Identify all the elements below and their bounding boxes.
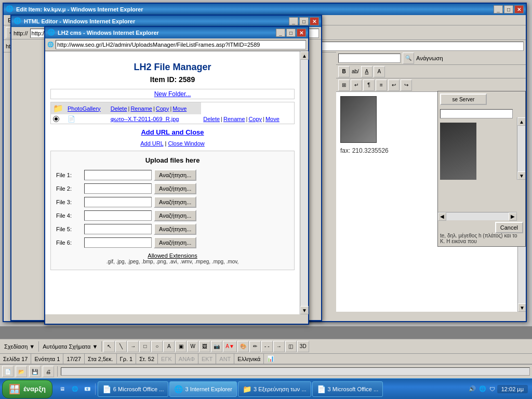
editor-hscroll-track[interactable] (446, 212, 509, 220)
file2-input[interactable] (84, 183, 152, 194)
new-folder-link[interactable]: New Folder... (154, 90, 191, 98)
dash-tool[interactable]: - - (261, 341, 273, 352)
lh2-addr-input[interactable]: http://www.seo.gr/LH2/admin/UploadsManag… (56, 40, 306, 49)
3d-tool[interactable]: 3D (297, 341, 309, 352)
cancel-area: Cancel (495, 222, 523, 233)
file5-browse-button[interactable]: Αναζήτηση... (154, 223, 196, 235)
taskbar-item-explorer[interactable]: 📁 3 Εξερεύνηση των ... (238, 381, 311, 397)
move-file-link[interactable]: Move (265, 116, 280, 122)
align-btn[interactable]: ≡ (376, 79, 387, 91)
shadow-tool[interactable]: ◫ (285, 341, 297, 352)
file3-input[interactable] (84, 197, 152, 207)
delete-file-link[interactable]: Delete (203, 116, 220, 122)
editor-text-input[interactable] (440, 109, 513, 118)
undo-btn[interactable]: ↩ (388, 79, 400, 91)
add-url-close-link[interactable]: Add URL and Close (141, 128, 204, 136)
delete-folder-link[interactable]: Delete (111, 105, 127, 112)
allowed-extensions-text: .gif, .jpg, .jpeg, .bmp, .png, .avi, .wm… (56, 259, 289, 264)
lh2-scroll-down[interactable]: ▼ (300, 306, 309, 314)
color-tool[interactable]: A▼ (223, 341, 237, 352)
editor-vscroll[interactable]: ▲ ▼ (517, 117, 525, 180)
line-color-tool[interactable]: ✏ (249, 341, 261, 352)
use-server-button[interactable]: se Server (440, 94, 487, 105)
search-input-right[interactable] (338, 54, 401, 63)
file-radio-button[interactable] (53, 116, 59, 122)
close-button[interactable]: ✕ (514, 5, 524, 14)
new-doc-btn[interactable]: 📄 (2, 366, 14, 377)
html-editor-titlebar[interactable]: 🌐 HTML Editor - Windows Internet Explore… (11, 16, 321, 27)
photo-tool[interactable]: 📷 (211, 341, 222, 352)
file1-input[interactable] (84, 170, 152, 180)
file4-input[interactable] (84, 210, 152, 221)
html-editor-maximize[interactable]: □ (299, 17, 309, 25)
file4-browse-button[interactable]: Αναζήτηση... (154, 210, 196, 221)
cancel-button[interactable]: Cancel (495, 222, 523, 233)
lh2-maximize[interactable]: □ (286, 29, 296, 37)
lh2-scrollbar[interactable]: ▲ ▼ (300, 51, 308, 314)
add-url-link[interactable]: Add URL (140, 140, 163, 147)
font-color-button[interactable]: A (374, 66, 385, 77)
html-editor-close[interactable]: ✕ (310, 17, 319, 25)
file2-browse-button[interactable]: Αναζήτηση... (154, 183, 196, 194)
show-desktop-btn[interactable]: 🖥 (57, 383, 68, 395)
bold-button[interactable]: B (338, 66, 350, 77)
rename-folder-link[interactable]: Rename (130, 105, 152, 112)
doc-hscroll[interactable] (61, 367, 530, 376)
redo-btn[interactable]: ↪ (401, 79, 412, 91)
maximize-button[interactable]: □ (504, 5, 513, 14)
file6-browse-button[interactable]: Αναζήτηση... (154, 237, 196, 248)
editor-scroll-right[interactable]: ▶ (509, 212, 517, 221)
main-ie-titlebar[interactable]: 🌐 Edit Item: kv.kμv.μ - Windows Internet… (4, 4, 526, 15)
ie-quick-btn[interactable]: 🌐 (69, 383, 81, 395)
clipart-tool[interactable]: 🖼 (199, 341, 210, 352)
file1-browse-button[interactable]: Αναζήτηση... (154, 169, 196, 181)
minimize-button[interactable]: _ (494, 5, 503, 14)
save-btn[interactable]: 💾 (29, 366, 41, 377)
search-button[interactable]: 🔍 (403, 52, 414, 64)
file-name-link[interactable]: φωτο--X.T-2011-069_R.jpg (111, 116, 179, 122)
arrow-tool[interactable]: → (127, 341, 139, 352)
format-btn[interactable]: ¶ (363, 79, 375, 91)
lh2-minimize[interactable]: _ (276, 29, 285, 37)
line-tool[interactable]: ╲ (115, 341, 127, 352)
ie-taskbar-icon: 🌐 (174, 385, 183, 393)
copy-file-link[interactable]: Copy (248, 116, 262, 122)
rename-file-link[interactable]: Rename (223, 116, 245, 122)
editor-scroll-down[interactable]: ▼ (517, 171, 526, 180)
open-btn[interactable]: 📂 (16, 366, 27, 377)
rect-tool[interactable]: □ (139, 341, 151, 352)
insert-btn[interactable]: ↵ (351, 79, 362, 91)
lh2-scroll-up[interactable]: ▲ (300, 51, 309, 60)
taskbar-item-office-1[interactable]: 📄 6 Microsoft Office ... (98, 381, 169, 397)
editor-scroll-up[interactable]: ▲ (517, 117, 526, 126)
file6-input[interactable] (84, 237, 152, 248)
scroll-down-button[interactable]: ▼ (518, 303, 526, 312)
html-editor-minimize[interactable]: _ (289, 17, 298, 25)
table-btn[interactable]: ⊞ (338, 79, 350, 91)
taskbar-item-office-2[interactable]: 📄 3 Microsoft Office ... (312, 381, 383, 397)
taskbar-item-ie[interactable]: 🌐 3 Internet Explorer (169, 381, 237, 397)
wordart-tool[interactable]: W (187, 341, 198, 352)
editor-hscroll[interactable]: ◀ ▶ (438, 212, 517, 220)
outlook-quick-btn[interactable]: 📧 (82, 383, 93, 395)
close-window-link[interactable]: Close Window (168, 140, 204, 147)
editor-scroll-left[interactable]: ◀ (438, 212, 446, 221)
cursor-tool[interactable]: ↖ (103, 341, 115, 352)
file3-browse-button[interactable]: Αναζήτηση... (154, 196, 196, 208)
arrow-style-tool[interactable]: → (273, 341, 285, 352)
lh2-titlebar[interactable]: 🌐 LH2 cms - Windows Internet Explorer _ … (45, 27, 308, 38)
underline-button[interactable]: A (361, 66, 373, 77)
start-button[interactable]: 🪟 έναρξη (2, 380, 52, 398)
text-tool[interactable]: A (163, 341, 175, 352)
lh2-scroll-track[interactable] (300, 60, 308, 306)
folder-name-link[interactable]: PhotoGallery (68, 105, 101, 112)
oval-tool[interactable]: ○ (151, 341, 163, 352)
textbox-tool[interactable]: ▣ (175, 341, 187, 352)
print-btn[interactable]: 🖨 (43, 366, 54, 377)
editor-scroll-track[interactable] (517, 126, 525, 171)
file5-input[interactable] (84, 224, 152, 234)
lh2-close[interactable]: ✕ (297, 29, 306, 37)
fill-color-tool[interactable]: 🎨 (237, 341, 249, 352)
move-folder-link[interactable]: Move (172, 105, 187, 112)
copy-folder-link[interactable]: Copy (156, 105, 169, 112)
